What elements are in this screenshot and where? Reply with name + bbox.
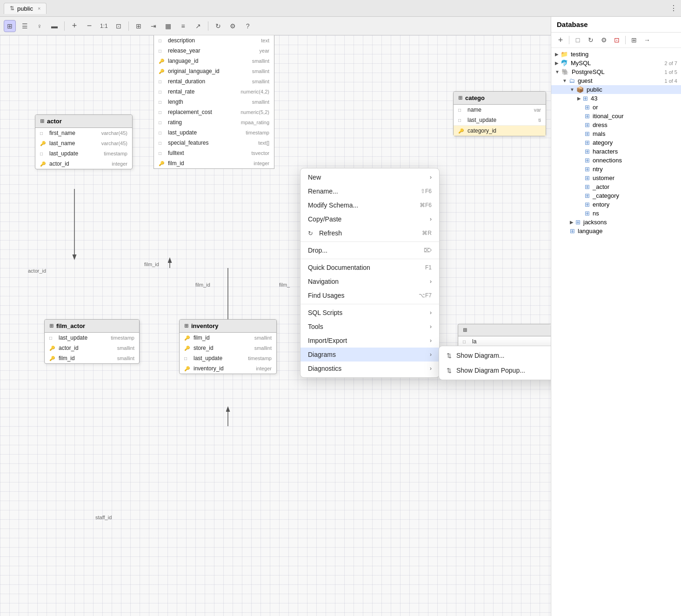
- category-icon-last-update: □: [458, 117, 465, 124]
- inventory-table-icon: ⊞: [184, 323, 188, 329]
- ctx-diagnostics[interactable]: Diagnostics ›: [300, 362, 439, 375]
- tree-table-mals[interactable]: ⊞ mals: [551, 129, 681, 138]
- actor-table-icon: ⊞: [40, 118, 44, 124]
- ctx-navigation[interactable]: Navigation ›: [300, 275, 439, 288]
- tree-public[interactable]: ▼ 📦 public: [551, 85, 681, 94]
- film-table-partial: □ description text □ release_year year 🔑…: [154, 35, 274, 169]
- sub-diagram-icon-1: ⇅: [447, 352, 452, 359]
- ctx-diagrams[interactable]: Diagrams › ⇅ Show Diagram... ⌥⇧⌘U ⇅ S: [300, 348, 439, 362]
- film-actor-icon-film-id: 🔑: [49, 355, 56, 362]
- tree-table-category-label: _category: [593, 192, 677, 199]
- db-add-btn[interactable]: +: [555, 34, 566, 46]
- tree-mysql-expand[interactable]: ▶: [555, 60, 559, 66]
- tree-table-ns[interactable]: ⊞ ns: [551, 209, 681, 218]
- toolbar-fit-btn[interactable]: ⊡: [113, 20, 125, 32]
- ctx-quick-doc[interactable]: Quick Documentation F1: [300, 261, 439, 275]
- toolbar-remove-btn[interactable]: −: [83, 20, 95, 32]
- ctx-new[interactable]: New ›: [300, 170, 439, 184]
- tree-table-43[interactable]: ▶ ⊞ 43: [551, 94, 681, 103]
- toolbar-settings-btn[interactable]: ⚙: [227, 20, 239, 32]
- toolbar-select-btn[interactable]: ⊞: [4, 20, 16, 32]
- tree-table-itional[interactable]: ⊞ itional_cour: [551, 112, 681, 121]
- tree-table-dress[interactable]: ⊞ dress: [551, 121, 681, 129]
- toolbar-add-btn[interactable]: +: [68, 20, 80, 32]
- ctx-tools-label: Tools: [308, 323, 323, 330]
- actor-table: ⊞ actor □ first_name varchar(45) 🔑 last_…: [35, 114, 133, 169]
- tree-table-43-expand[interactable]: ▶: [577, 96, 581, 101]
- db-expand-btn[interactable]: →: [641, 34, 653, 46]
- public-tab[interactable]: ⇅ public ×: [4, 3, 47, 14]
- ctx-find-usages[interactable]: Find Usages ⌥F7: [300, 288, 439, 302]
- tree-language[interactable]: ⊞ language: [551, 227, 681, 235]
- db-active-btn[interactable]: ⊡: [611, 34, 622, 46]
- tree-jacksons[interactable]: ▶ ⊞ jacksons: [551, 218, 681, 227]
- actor-field-last-name: 🔑 last_name varchar(45): [35, 138, 132, 148]
- ctx-sql-scripts[interactable]: SQL Scripts ›: [300, 306, 439, 320]
- inventory-icon-film-id: 🔑: [184, 335, 191, 341]
- tree-table-entory[interactable]: ⊞ entory: [551, 200, 681, 209]
- toolbar-refresh-btn[interactable]: ↻: [212, 20, 224, 32]
- tree-testing-expand[interactable]: ▶: [555, 52, 559, 57]
- db-table-btn[interactable]: ⊞: [628, 34, 640, 46]
- tab-close-button[interactable]: ×: [38, 6, 40, 11]
- tree-table-or[interactable]: ⊞ or: [551, 103, 681, 112]
- tree-table-haracters[interactable]: ⊞ haracters: [551, 147, 681, 156]
- film-field-rating: □ rating mpaa_rating: [154, 117, 274, 127]
- tree-testing-label: testing: [571, 51, 677, 58]
- toolbar-hand-btn[interactable]: ☰: [19, 20, 31, 32]
- tree-mysql-badge: 2 of 7: [664, 60, 677, 66]
- category-table-icon: ⊞: [458, 95, 462, 101]
- ctx-drop[interactable]: Drop... ⌦: [300, 243, 439, 257]
- tree-pg-expand[interactable]: ▼: [555, 69, 560, 74]
- tree-guest[interactable]: ▼ 🗂 guest 1 of 4: [551, 76, 681, 85]
- ctx-refresh[interactable]: ↻ Refresh ⌘R: [300, 226, 439, 240]
- db-refresh-btn[interactable]: ↻: [585, 34, 596, 46]
- ctx-rename[interactable]: Rename... ⇧F6: [300, 184, 439, 198]
- ctx-copy-paste[interactable]: Copy/Paste ›: [300, 212, 439, 226]
- ctx-import-export-arrow: ›: [430, 337, 432, 344]
- svg-text:film_: film_: [279, 282, 290, 288]
- ctx-diagrams-label: Diagrams: [308, 351, 336, 358]
- db-canvas[interactable]: actor_id film_id film_id film_ staff_id: [0, 35, 551, 616]
- field-icon-length: □: [159, 99, 165, 106]
- sub-show-diagram[interactable]: ⇅ Show Diagram... ⌥⇧⌘U: [439, 348, 551, 363]
- tree-table-ntry-label: ntry: [593, 166, 677, 173]
- tree-table-onnections-label: onnections: [593, 157, 677, 164]
- toolbar-pin-btn[interactable]: ♀: [33, 20, 46, 32]
- film-field-rental-rate: □ rental_rate numeric(4,2): [154, 87, 274, 97]
- db-settings-btn[interactable]: ⚙: [598, 34, 609, 46]
- tree-table-category[interactable]: ⊞ _category: [551, 191, 681, 200]
- toolbar-tableview-btn[interactable]: ▦: [162, 20, 174, 32]
- tree-language-label: language: [578, 228, 677, 234]
- toolbar-export-btn[interactable]: ↗: [192, 20, 204, 32]
- ctx-tools[interactable]: Tools ›: [300, 320, 439, 334]
- inventory-icon-inventory-id: 🔑: [184, 365, 191, 372]
- film-field-replacement-cost: □ replacement_cost numeric(5,2): [154, 107, 274, 117]
- tab-more-button[interactable]: ⋮: [670, 4, 677, 13]
- toolbar-arrow-btn[interactable]: ⇥: [147, 20, 160, 32]
- inventory-field-film-id: 🔑 film_id smallint: [180, 333, 276, 343]
- tree-mysql[interactable]: ▶ 🐬 MySQL 2 of 7: [551, 59, 681, 67]
- field-icon-release-year: □: [159, 47, 165, 54]
- tree-public-expand[interactable]: ▼: [570, 87, 574, 92]
- toolbar-comment-btn[interactable]: ▬: [48, 20, 60, 32]
- tree-testing[interactable]: ▶ 📁 testing: [551, 50, 681, 59]
- tree-jacksons-expand[interactable]: ▶: [570, 220, 574, 225]
- tree-table-ntry[interactable]: ⊞ ntry: [551, 165, 681, 174]
- tree-table-actor[interactable]: ⊞ _actor: [551, 182, 681, 191]
- toolbar-listview-btn[interactable]: ≡: [177, 20, 189, 32]
- ctx-import-export[interactable]: Import/Export ›: [300, 334, 439, 348]
- tree-table-onnections[interactable]: ⊞ onnections: [551, 156, 681, 165]
- toolbar-layout-btn[interactable]: ⊞: [133, 20, 145, 32]
- tree-guest-label: guest: [578, 77, 662, 84]
- toolbar-help-btn[interactable]: ?: [242, 20, 254, 32]
- sub-show-diagram-popup[interactable]: ⇅ Show Diagram Popup... ⌥⌘U: [439, 363, 551, 378]
- ctx-modify-schema[interactable]: Modify Schema... ⌘F6: [300, 198, 439, 212]
- tree-postgresql[interactable]: ▼ 🐘 PostgreSQL 1 of 5: [551, 67, 681, 76]
- field-icon-film-last-update: □: [159, 129, 165, 136]
- tree-table-ategory[interactable]: ⊞ ategory: [551, 138, 681, 147]
- db-sql-btn[interactable]: □: [572, 34, 583, 46]
- tree-guest-expand[interactable]: ▼: [562, 78, 567, 83]
- film-field-rental-duration: □ rental_duration smallint: [154, 76, 274, 87]
- tree-table-ustomer[interactable]: ⊞ ustomer: [551, 174, 681, 182]
